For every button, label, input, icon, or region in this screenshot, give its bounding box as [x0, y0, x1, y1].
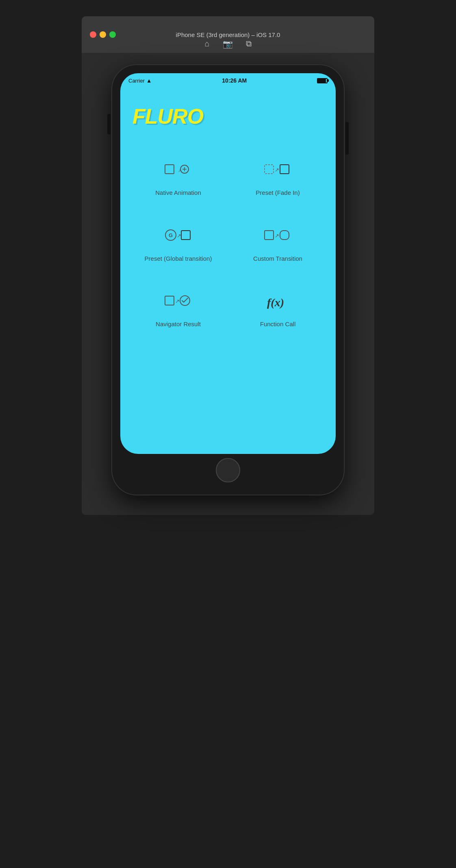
home-button[interactable]: [216, 458, 240, 482]
battery-fill: [318, 79, 326, 83]
close-button[interactable]: [90, 31, 96, 38]
menu-item-custom-transition[interactable]: ↗ Custom Transition: [232, 215, 324, 273]
phone-outer: Carrier ▲ 10:26 AM FLURO: [82, 53, 374, 515]
custom-transition-label: Custom Transition: [253, 255, 302, 263]
menu-grid: ↗ Native Animation: [128, 145, 328, 342]
svg-text:f(x): f(x): [267, 296, 284, 309]
carrier-label: Carrier ▲: [128, 77, 152, 84]
preset-global-label: Preset (Global transition): [145, 255, 212, 263]
menu-item-preset-global[interactable]: G ↗ Preset (Global transition): [132, 215, 224, 273]
titlebar: iPhone SE (3rd generation) – iOS 17.0 ⌂ …: [82, 16, 374, 53]
custom-transition-icon: ↗: [264, 225, 292, 249]
status-bar: Carrier ▲ 10:26 AM: [120, 73, 336, 88]
menu-item-function-call[interactable]: f(x) Function Call: [232, 280, 324, 338]
svg-rect-9: [181, 231, 190, 240]
wifi-icon: ▲: [146, 77, 152, 84]
battery-indicator: [317, 78, 328, 83]
svg-rect-12: [280, 231, 289, 240]
svg-text:↗: ↗: [175, 298, 180, 304]
svg-text:G: G: [169, 232, 173, 238]
phone-container: Carrier ▲ 10:26 AM FLURO: [112, 65, 344, 495]
preset-global-icon: G ↗: [164, 225, 193, 249]
svg-rect-13: [165, 296, 174, 305]
phone-screen: Carrier ▲ 10:26 AM FLURO: [120, 73, 336, 454]
svg-rect-10: [265, 231, 274, 240]
svg-text:↗: ↗: [275, 167, 279, 173]
navigator-result-label: Navigator Result: [156, 320, 201, 328]
camera-icon[interactable]: 📷: [223, 39, 233, 49]
app-logo: FLURO: [132, 104, 328, 129]
status-time: 10:26 AM: [222, 77, 247, 84]
svg-text:↗: ↗: [177, 233, 181, 239]
svg-rect-3: [265, 165, 274, 174]
preset-fadein-icon: ↗: [264, 159, 292, 183]
menu-item-navigator-result[interactable]: ↗ Navigator Result: [132, 280, 224, 338]
phone-bottom: [120, 454, 336, 486]
traffic-lights: [90, 31, 116, 38]
native-animation-icon: ↗: [164, 159, 193, 183]
svg-rect-0: [165, 165, 174, 174]
svg-rect-5: [280, 165, 289, 174]
menu-item-preset-fade-in[interactable]: ↗ Preset (Fade In): [232, 149, 324, 207]
rotate-icon[interactable]: ⧉: [246, 39, 252, 49]
app-screen: FLURO ↗: [120, 88, 336, 454]
phone-frame: Carrier ▲ 10:26 AM FLURO: [112, 65, 344, 495]
home-icon[interactable]: ⌂: [204, 39, 209, 49]
navigator-result-icon: ↗: [164, 290, 193, 314]
native-animation-label: Native Animation: [155, 189, 201, 197]
minimize-button[interactable]: [100, 31, 106, 38]
function-call-icon: f(x): [264, 290, 292, 314]
titlebar-icons: ⌂ 📷 ⧉: [204, 39, 251, 49]
preset-fadein-label: Preset (Fade In): [256, 189, 300, 197]
window-title: iPhone SE (3rd generation) – iOS 17.0: [176, 31, 280, 38]
svg-text:↗: ↗: [275, 233, 279, 239]
menu-item-native-animation[interactable]: ↗ Native Animation: [132, 149, 224, 207]
battery-icon: [317, 78, 328, 83]
maximize-button[interactable]: [109, 31, 116, 38]
function-call-label: Function Call: [260, 320, 296, 328]
